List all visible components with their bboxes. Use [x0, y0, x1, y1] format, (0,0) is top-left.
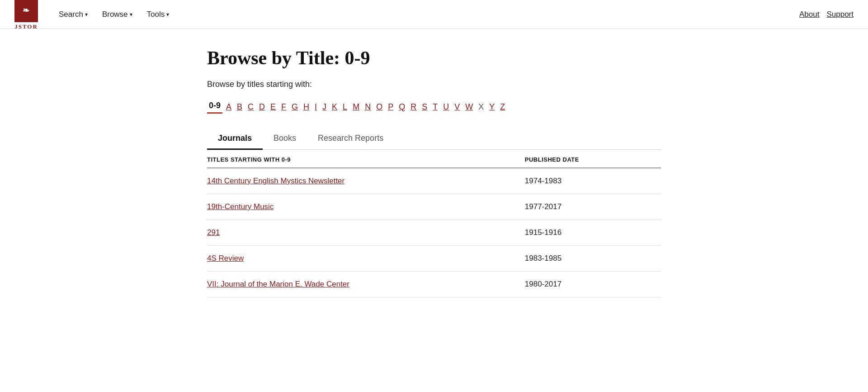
alpha-link-v[interactable]: V: [453, 101, 462, 113]
pub-date-cell: 1915-1916: [525, 220, 661, 246]
navbar: ❧ JSTOR Search ▾ Browse ▾ Tools ▾ About …: [0, 0, 868, 29]
table-row: 4S Review1983-1985: [207, 246, 661, 272]
pub-date-cell: 1977-2017: [525, 194, 661, 220]
alpha-link-g[interactable]: G: [290, 101, 300, 113]
col-date-header: PUBLISHED DATE: [525, 150, 661, 168]
alpha-link-m[interactable]: M: [351, 101, 361, 113]
chevron-down-icon: ▾: [85, 11, 88, 18]
alpha-link-r[interactable]: R: [409, 101, 418, 113]
about-link[interactable]: About: [799, 10, 819, 19]
alpha-link-h[interactable]: H: [302, 101, 311, 113]
table-row: 14th Century English Mystics Newsletter1…: [207, 168, 661, 194]
alpha-link-x: X: [476, 101, 486, 113]
alphabet-nav: 0-9ABCDEFGHIJKLMNOPQRSTUVWXYZ: [207, 100, 661, 114]
alpha-link-s[interactable]: S: [420, 101, 429, 113]
logo[interactable]: ❧ JSTOR: [14, 0, 38, 30]
alpha-link-k[interactable]: K: [330, 101, 339, 113]
alpha-link-u[interactable]: U: [441, 101, 451, 113]
journal-title-link[interactable]: 14th Century English Mystics Newsletter: [207, 177, 344, 185]
journal-title-link[interactable]: VII: Journal of the Marion E. Wade Cente…: [207, 280, 349, 288]
chevron-down-icon: ▾: [166, 11, 169, 18]
alpha-link-e[interactable]: E: [269, 101, 278, 113]
pub-date-cell: 1983-1985: [525, 246, 661, 272]
nav-search[interactable]: Search ▾: [52, 6, 94, 23]
logo-text: JSTOR: [14, 23, 38, 30]
alpha-link-q[interactable]: Q: [397, 101, 407, 113]
alpha-link-b[interactable]: B: [235, 101, 244, 113]
nav-links: Search ▾ Browse ▾ Tools ▾: [52, 6, 799, 23]
alpha-link-l[interactable]: L: [341, 101, 349, 113]
table-row: 19th-Century Music1977-2017: [207, 194, 661, 220]
alpha-link-n[interactable]: N: [363, 101, 373, 113]
alpha-link-p[interactable]: P: [386, 101, 395, 113]
tab-books[interactable]: Books: [263, 128, 307, 150]
pub-date-cell: 1980-2017: [525, 272, 661, 297]
logo-icon: ❧: [14, 0, 38, 22]
alpha-link-z[interactable]: Z: [498, 101, 507, 113]
main-content: Browse by Title: 0-9 Browse by titles st…: [185, 29, 683, 316]
alpha-link-o[interactable]: O: [374, 101, 384, 113]
support-link[interactable]: Support: [826, 10, 854, 19]
tab-research-reports[interactable]: Research Reports: [307, 128, 394, 150]
journal-title-link[interactable]: 4S Review: [207, 254, 244, 263]
table-row: 2911915-1916: [207, 220, 661, 246]
journal-title-link[interactable]: 291: [207, 228, 220, 237]
alpha-link-09[interactable]: 0-9: [207, 100, 222, 114]
nav-browse[interactable]: Browse ▾: [96, 6, 139, 23]
table-row: VII: Journal of the Marion E. Wade Cente…: [207, 272, 661, 297]
alpha-link-w[interactable]: W: [463, 101, 475, 113]
alpha-link-c[interactable]: C: [246, 101, 255, 113]
browse-subtitle: Browse by titles starting with:: [207, 80, 661, 89]
page-title: Browse by Title: 0-9: [207, 47, 661, 69]
nav-tools[interactable]: Tools ▾: [141, 6, 176, 23]
pub-date-cell: 1974-1983: [525, 168, 661, 194]
alpha-link-f[interactable]: F: [279, 101, 288, 113]
nav-right: About Support: [799, 10, 854, 19]
tab-journals[interactable]: Journals: [207, 128, 263, 150]
alpha-link-t[interactable]: T: [431, 101, 439, 113]
tabs: JournalsBooksResearch Reports: [207, 128, 661, 150]
alpha-link-i[interactable]: I: [313, 101, 319, 113]
chevron-down-icon: ▾: [130, 11, 132, 18]
alpha-link-y[interactable]: Y: [487, 101, 496, 113]
alpha-link-d[interactable]: D: [257, 101, 267, 113]
alpha-link-a[interactable]: A: [224, 101, 233, 113]
alpha-link-j[interactable]: J: [321, 101, 328, 113]
results-table: TITLES STARTING WITH 0-9 PUBLISHED DATE …: [207, 150, 661, 297]
col-title-header: TITLES STARTING WITH 0-9: [207, 150, 525, 168]
journal-title-link[interactable]: 19th-Century Music: [207, 202, 274, 211]
